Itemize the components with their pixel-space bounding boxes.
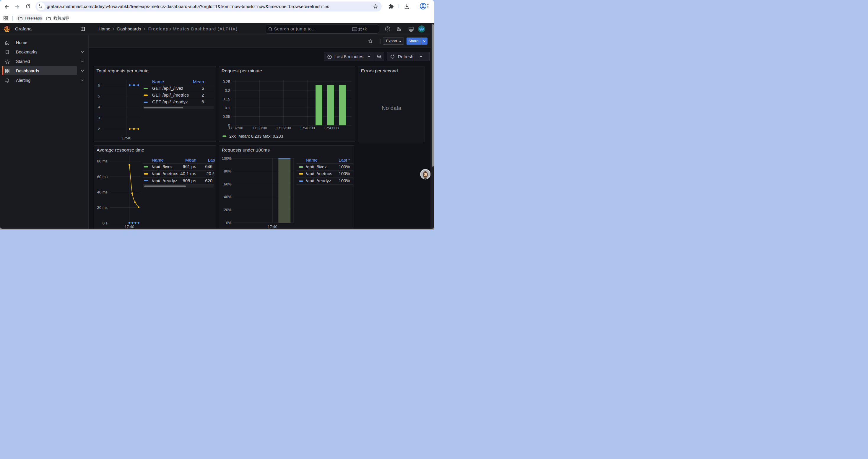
svg-text:0.1: 0.1 (225, 105, 230, 110)
svg-text:0%: 0% (226, 221, 231, 225)
svg-text:17:40: 17:40 (125, 225, 134, 229)
svg-text:Mean: 0.233: Mean: 0.233 (239, 133, 261, 138)
svg-text:17:39:00: 17:39:00 (276, 126, 291, 130)
svg-text:80 ms: 80 ms (97, 159, 108, 163)
svg-text:5: 5 (98, 94, 100, 98)
svg-text:17:40: 17:40 (268, 225, 277, 229)
svg-text:0.05: 0.05 (223, 114, 230, 119)
svg-text:2xx: 2xx (229, 133, 236, 138)
svg-text:80%: 80% (224, 169, 231, 173)
svg-text:17:41:00: 17:41:00 (324, 126, 339, 130)
svg-text:40 ms: 40 ms (97, 190, 108, 194)
svg-text:0.25: 0.25 (223, 79, 230, 84)
svg-text:0.15: 0.15 (223, 97, 230, 101)
svg-text:17:40:00: 17:40:00 (300, 126, 315, 130)
svg-text:20 ms: 20 ms (97, 205, 108, 210)
svg-text:3: 3 (98, 116, 100, 120)
svg-text:17:40: 17:40 (121, 136, 131, 140)
svg-text:60%: 60% (224, 182, 231, 186)
svg-text:40%: 40% (224, 195, 231, 199)
svg-text:2: 2 (98, 127, 100, 131)
svg-text:100%: 100% (222, 156, 231, 161)
svg-text:4: 4 (98, 104, 100, 109)
svg-text:Max: 0.233: Max: 0.233 (262, 133, 283, 138)
svg-text:0.2: 0.2 (225, 88, 230, 93)
svg-text:17:37:00: 17:37:00 (228, 126, 243, 130)
svg-text:20%: 20% (224, 208, 231, 212)
svg-text:6: 6 (98, 83, 100, 87)
svg-text:17:38:00: 17:38:00 (252, 126, 267, 130)
svg-text:0 s: 0 s (102, 221, 108, 225)
svg-text:60 ms: 60 ms (97, 174, 108, 179)
